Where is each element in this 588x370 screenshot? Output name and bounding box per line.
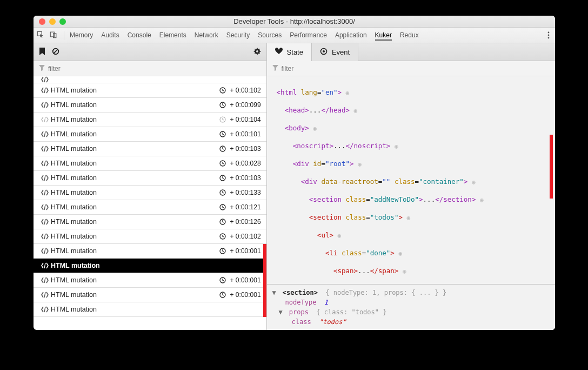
clock-icon: [219, 160, 226, 167]
dom-node[interactable]: <div: [293, 160, 309, 168]
svg-line-15: [44, 131, 45, 137]
event-time: + 0:00:099: [230, 101, 261, 109]
tab-application[interactable]: Application: [335, 30, 367, 40]
tab-redux[interactable]: Redux: [400, 30, 419, 40]
code-icon: [39, 248, 51, 254]
devtools-more-icon[interactable]: [545, 31, 552, 39]
eye-icon[interactable]: ◉: [406, 214, 410, 221]
inspect-element-icon[interactable]: [37, 31, 44, 40]
event-label: HTML mutation: [51, 87, 219, 94]
tab-kuker[interactable]: Kuker: [375, 30, 392, 41]
eye-icon[interactable]: ◉: [480, 196, 484, 203]
collapse-arrow-icon[interactable]: ▼: [279, 307, 285, 317]
event-row[interactable]: HTML mutation + 0:00:099: [34, 98, 266, 113]
bookmark-icon[interactable]: [39, 48, 45, 57]
eye-icon[interactable]: ◉: [338, 232, 342, 239]
tab-network[interactable]: Network: [195, 30, 218, 40]
event-label: HTML mutation: [51, 291, 219, 299]
settings-icon[interactable]: [253, 48, 261, 57]
event-row[interactable]: HTML mutation + 0:00:102: [34, 83, 266, 98]
devtools-tabs: Memory Audits Console Elements Network S…: [70, 30, 545, 41]
diff-marker: [263, 259, 266, 273]
event-time: + 0:00:102: [230, 87, 261, 94]
event-row[interactable]: [34, 76, 266, 83]
tab-performance[interactable]: Performance: [290, 30, 327, 40]
eye-icon[interactable]: ◉: [472, 179, 476, 186]
eye-icon[interactable]: ◉: [398, 250, 402, 257]
code-icon: [39, 189, 51, 196]
props-heading-desc: { nodeType: 1, props: { ... } }: [325, 289, 446, 296]
state-filterbar: [267, 61, 555, 76]
eye-icon[interactable]: ◉: [346, 89, 350, 96]
event-row[interactable]: HTML mutation + 0:00:121: [34, 200, 266, 215]
dom-node[interactable]: <section: [309, 195, 342, 203]
event-label: HTML mutation: [51, 189, 219, 196]
clear-icon[interactable]: [52, 48, 59, 57]
dom-node[interactable]: <head>: [285, 106, 309, 114]
state-tab-state[interactable]: State: [267, 43, 312, 61]
clock-icon: [219, 189, 226, 196]
devtools-window: Developer Tools - http://localhost:3000/…: [34, 16, 555, 330]
zoom-window-button[interactable]: [59, 18, 66, 25]
event-row[interactable]: HTML mutation + 0:00:001: [34, 288, 266, 302]
event-label: HTML mutation: [51, 203, 219, 211]
event-row[interactable]: HTML mutation: [34, 302, 266, 317]
svg-line-34: [44, 278, 45, 283]
dom-node[interactable]: <ul>: [317, 231, 333, 239]
device-toolbar-icon[interactable]: [50, 31, 57, 40]
event-row[interactable]: HTML mutation: [34, 259, 266, 273]
eye-icon[interactable]: ◉: [354, 107, 358, 114]
event-label: HTML mutation: [51, 101, 219, 109]
clock-icon: [219, 292, 226, 298]
dom-node[interactable]: <html: [277, 88, 297, 96]
state-filter-input[interactable]: [282, 65, 550, 72]
event-row[interactable]: HTML mutation + 0:00:102: [34, 229, 266, 244]
events-filter-input[interactable]: [48, 65, 261, 72]
event-time: + 0:00:101: [230, 130, 261, 138]
close-window-button[interactable]: [39, 18, 45, 25]
event-row[interactable]: HTML mutation + 0:00:101: [34, 127, 266, 142]
svg-line-13: [44, 117, 45, 122]
events-list[interactable]: HTML mutation + 0:00:102 HTML mutation +…: [34, 76, 266, 330]
code-icon: [39, 116, 51, 123]
dom-node[interactable]: <div: [301, 177, 317, 186]
event-row[interactable]: HTML mutation + 0:00:126: [34, 215, 266, 229]
dom-node[interactable]: <li: [325, 249, 338, 257]
clock-icon: [219, 277, 226, 283]
event-row[interactable]: HTML mutation + 0:00:103: [34, 142, 266, 156]
clock-icon: [219, 116, 226, 123]
event-row[interactable]: HTML mutation + 0:00:001: [34, 244, 266, 259]
eye-icon[interactable]: ◉: [313, 125, 317, 132]
dom-node[interactable]: <noscript>: [293, 142, 333, 150]
kuker-content: HTML mutation + 0:00:102 HTML mutation +…: [34, 43, 555, 330]
tab-elements[interactable]: Elements: [159, 30, 186, 40]
dom-node[interactable]: <span>: [333, 267, 358, 275]
event-row[interactable]: HTML mutation + 0:00:104: [34, 113, 266, 127]
dom-node[interactable]: <body>: [285, 124, 309, 132]
eye-icon[interactable]: ◉: [358, 161, 362, 168]
event-row[interactable]: HTML mutation + 0:00:103: [34, 171, 266, 186]
prop-nodeType-value: 1: [324, 299, 328, 306]
event-row[interactable]: HTML mutation + 0:00:001: [34, 273, 266, 288]
event-row[interactable]: HTML mutation + 0:00:028: [34, 156, 266, 171]
dom-node-selected[interactable]: <section: [309, 213, 342, 221]
event-row[interactable]: HTML mutation + 0:00:133: [34, 186, 266, 200]
event-time: + 0:00:001: [230, 291, 261, 299]
tab-memory[interactable]: Memory: [70, 30, 93, 40]
filter-icon: [272, 65, 278, 72]
eye-icon[interactable]: ◉: [403, 268, 406, 275]
minimize-window-button[interactable]: [49, 18, 56, 25]
code-icon: [39, 131, 51, 137]
tab-console[interactable]: Console: [128, 30, 151, 40]
dom-pane: <html lang="en"> ◉ <head>...</head> ◉ <b…: [267, 76, 555, 330]
collapse-arrow-icon[interactable]: ▼: [272, 288, 279, 298]
eye-icon[interactable]: ◉: [395, 143, 398, 150]
svg-rect-1: [50, 32, 54, 37]
tab-security[interactable]: Security: [226, 30, 250, 40]
tab-sources[interactable]: Sources: [258, 30, 282, 40]
diff-marker: [550, 135, 553, 199]
state-tab-event[interactable]: Event: [312, 43, 358, 61]
clock-icon: [219, 175, 226, 181]
dom-tree[interactable]: <html lang="en"> ◉ <head>...</head> ◉ <b…: [267, 76, 555, 284]
tab-audits[interactable]: Audits: [101, 30, 119, 40]
